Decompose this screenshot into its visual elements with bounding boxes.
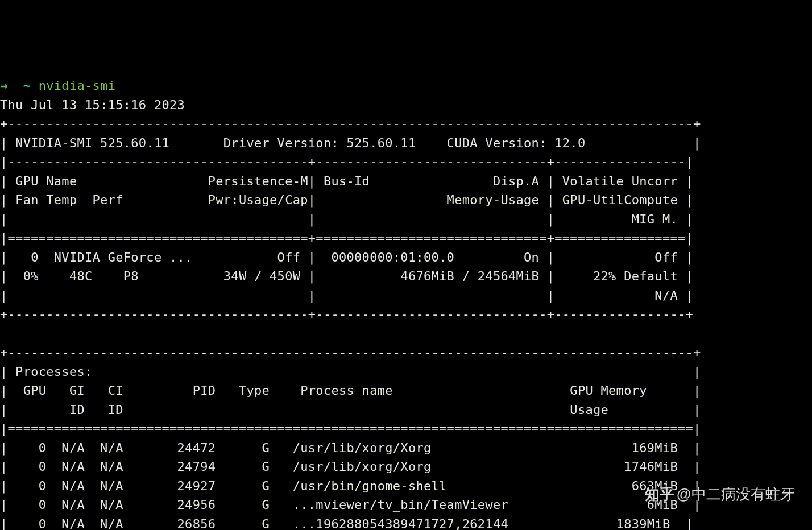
- watermark-logo: 知乎: [645, 486, 674, 503]
- watermark: 知乎@中二病没有蛀牙: [645, 485, 795, 504]
- watermark-text: @中二病没有蛀牙: [677, 486, 795, 503]
- terminal-output: → ~ nvidia-smi Thu Jul 13 15:15:16 2023 …: [0, 76, 812, 530]
